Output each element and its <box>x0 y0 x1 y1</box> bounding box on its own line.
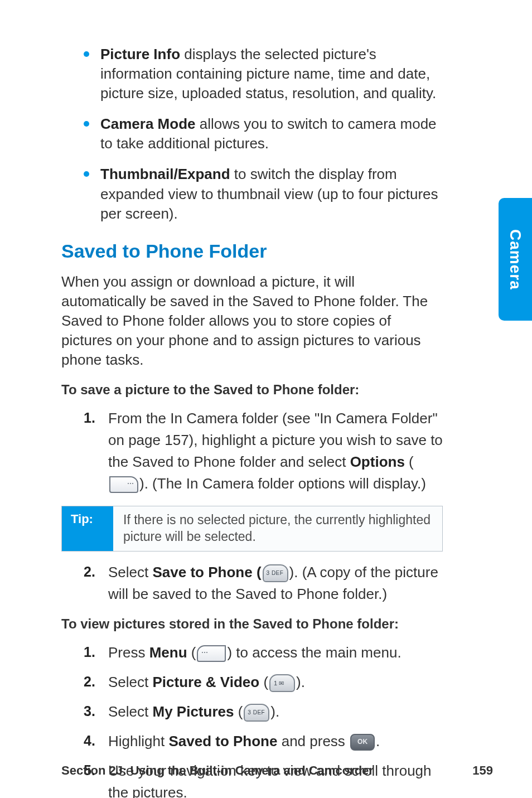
bullet-term: Thumbnail/Expand <box>100 166 230 182</box>
page: Camera Picture Info displays the selecte… <box>0 0 532 798</box>
bullet-term: Camera Mode <box>100 115 196 132</box>
section-side-tab: Camera <box>499 198 532 321</box>
subheading-view: To view pictures stored in the Saved to … <box>61 616 443 632</box>
step-view-2: Select Picture & Video (). <box>84 671 443 693</box>
key-3-icon <box>263 564 288 582</box>
page-footer: Section 2J: Using the Built-in Camera an… <box>61 763 493 778</box>
step-view-4: Highlight Saved to Phone and press . <box>84 731 443 752</box>
key-3-icon <box>244 704 269 722</box>
steps-save-continued: Select Save to Phone (). (A copy of the … <box>61 562 443 605</box>
footer-page-number: 159 <box>472 763 493 778</box>
key-1-icon <box>269 674 295 692</box>
bullet-camera-mode: Camera Mode allows you to switch to came… <box>84 114 443 153</box>
tip-label: Tip: <box>62 506 113 551</box>
steps-save: From the In Camera folder (see "In Camer… <box>61 408 443 495</box>
bullet-picture-info: Picture Info displays the selected pictu… <box>84 45 443 103</box>
step-save-1: From the In Camera folder (see "In Camer… <box>84 408 443 495</box>
intro-paragraph: When you assign or download a picture, i… <box>61 272 443 370</box>
left-softkey-icon <box>197 645 226 662</box>
step-view-1: Press Menu () to access the main menu. <box>84 642 443 664</box>
step-view-3: Select My Pictures (). <box>84 701 443 723</box>
footer-section: Section 2J: Using the Built-in Camera an… <box>61 763 374 778</box>
ok-key-icon <box>350 734 375 751</box>
bullet-thumbnail-expand: Thumbnail/Expand to switch the display f… <box>84 165 443 223</box>
right-softkey-icon <box>109 476 138 493</box>
tip-box: Tip: If there is no selected picture, th… <box>61 506 443 552</box>
tip-content: If there is no selected picture, the cur… <box>113 506 442 551</box>
bullet-term: Picture Info <box>100 46 180 62</box>
step-save-2: Select Save to Phone (). (A copy of the … <box>84 562 443 605</box>
side-tab-label: Camera <box>506 229 524 290</box>
section-heading: Saved to Phone Folder <box>61 240 493 262</box>
subheading-save: To save a picture to the Saved to Phone … <box>61 382 443 398</box>
feature-bullet-list: Picture Info displays the selected pictu… <box>61 45 493 224</box>
